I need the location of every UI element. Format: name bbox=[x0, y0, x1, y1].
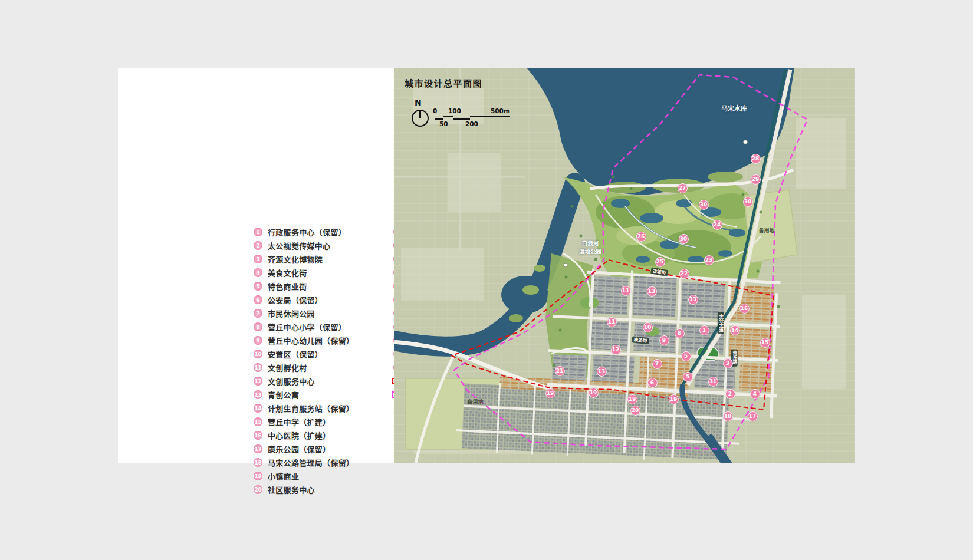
scale-bar-segment bbox=[435, 118, 443, 120]
map-marker-16: 16 bbox=[739, 304, 750, 314]
legend-item: 2太公视觉传媒中心 bbox=[254, 239, 354, 252]
legend-item-label: 行政服务中心（保留） bbox=[268, 226, 346, 238]
legend-item-number-badge: 12 bbox=[254, 377, 262, 386]
legend-item-label: 青创公寓 bbox=[268, 389, 299, 400]
map-marker-19: 19 bbox=[669, 394, 679, 404]
legend-item: 20社区服务中心 bbox=[254, 483, 354, 496]
map-marker-15: 15 bbox=[760, 338, 770, 348]
scale-tick-100: 100 bbox=[448, 107, 461, 114]
map-marker-18: 18 bbox=[723, 411, 733, 421]
map-marker-20: 20 bbox=[630, 406, 640, 416]
map-marker-5: 5 bbox=[681, 351, 691, 361]
map-area-label: 湿地公园 bbox=[579, 247, 601, 255]
map-marker-14: 14 bbox=[730, 325, 740, 335]
map-marker-29: 29 bbox=[751, 174, 761, 185]
legend-item-number-badge: 14 bbox=[254, 404, 262, 413]
map-marker-22: 22 bbox=[679, 269, 689, 279]
map-marker-19: 19 bbox=[589, 388, 599, 398]
map-marker-25: 25 bbox=[655, 257, 665, 267]
legend-item: 15营丘中学（扩建） bbox=[254, 415, 354, 429]
north-arrow-needle bbox=[419, 111, 421, 118]
map-area-label: 备用地 bbox=[467, 398, 483, 406]
legend-item-number-badge: 9 bbox=[254, 336, 262, 345]
legend-item: 5特色商业街 bbox=[254, 279, 354, 293]
north-arrow-label: N bbox=[415, 98, 422, 107]
scale-tick-0: 0 bbox=[433, 107, 437, 114]
scale-tick-500m: 500m bbox=[491, 107, 510, 114]
scale-tick-200: 200 bbox=[465, 120, 478, 127]
map-marker-24: 24 bbox=[712, 220, 722, 230]
legend-item-label: 马宋公路管理局（保留） bbox=[268, 457, 354, 468]
scale-bar-segment bbox=[470, 116, 510, 117]
legend-item-number-badge: 16 bbox=[254, 431, 262, 440]
legend-item-label: 公安局（保留） bbox=[268, 294, 323, 305]
map-marker-8: 8 bbox=[675, 328, 685, 338]
plan-page: 1行政服务中心（保留）2太公视觉传媒中心3齐源文化博物院4美食文化街5特色商业街… bbox=[0, 0, 973, 560]
legend-item-number-badge: 5 bbox=[254, 282, 262, 291]
legend-item-label: 齐源文化博物院 bbox=[268, 253, 323, 265]
legend-item-number-badge: 20 bbox=[254, 485, 262, 494]
legend-item-number-badge: 4 bbox=[254, 268, 262, 277]
legend-item: 13青创公寓 bbox=[254, 388, 354, 401]
map-marker-11: 11 bbox=[607, 317, 617, 327]
map-marker-10: 10 bbox=[643, 322, 653, 332]
map-marker-21: 21 bbox=[555, 366, 565, 376]
map-area-label: 马宋水库 bbox=[721, 103, 747, 113]
map-marker-19: 19 bbox=[545, 388, 555, 398]
map-area-label: 白浪河 bbox=[582, 239, 599, 247]
legend-item-number-badge: 13 bbox=[254, 390, 262, 399]
legend-item-label: 太公视觉传媒中心 bbox=[268, 240, 330, 251]
legend-item-number-badge: 15 bbox=[254, 417, 262, 426]
map-marker-2: 2 bbox=[725, 389, 735, 399]
map-marker-19: 19 bbox=[627, 394, 637, 404]
map-marker-12: 12 bbox=[611, 345, 621, 355]
legend-item: 4美食文化街 bbox=[254, 266, 354, 279]
legend-item-number-badge: 11 bbox=[254, 363, 262, 372]
legend-item: 16中心医院（扩建） bbox=[254, 429, 354, 442]
legend-item: 19小镇商业 bbox=[254, 469, 354, 483]
legend-item-label: 安置区（保留） bbox=[268, 348, 323, 360]
legend-item-number-badge: 7 bbox=[254, 309, 262, 318]
legend-item: 8营丘中心小学（保留） bbox=[254, 320, 354, 334]
legend-item-label: 市民休闲公园 bbox=[268, 308, 315, 319]
legend-item-label: 营丘中学（扩建） bbox=[268, 416, 330, 427]
legend-item-number-badge: 19 bbox=[254, 472, 262, 480]
legend-item-label: 小镇商业 bbox=[268, 470, 299, 482]
legend-item-number-badge: 10 bbox=[254, 350, 262, 358]
map-marker-1: 1 bbox=[699, 325, 709, 335]
map-area-label: 备用地 bbox=[758, 226, 774, 234]
map-marker-13: 13 bbox=[688, 295, 698, 305]
map-marker-17: 17 bbox=[748, 411, 758, 421]
road-name-label: 太公大道 bbox=[718, 312, 724, 334]
legend-item-label: 文创孵化村 bbox=[268, 362, 307, 373]
map-marker-13: 13 bbox=[597, 367, 607, 377]
legend-item: 12文创服务中心 bbox=[254, 374, 354, 388]
legend-item-number-badge: 18 bbox=[254, 458, 262, 467]
legend-item: 10安置区（保留） bbox=[254, 347, 354, 361]
legend-item-number-badge: 17 bbox=[254, 444, 262, 453]
map-marker-3: 3 bbox=[723, 358, 733, 368]
legend-item-label: 文创服务中心 bbox=[268, 375, 315, 387]
legend-item: 1行政服务中心（保留） bbox=[254, 225, 354, 239]
map-marker-4: 4 bbox=[750, 389, 760, 399]
legend-item-label: 中心医院（扩建） bbox=[268, 430, 330, 441]
legend-item: 3齐源文化博物院 bbox=[254, 252, 354, 266]
legend-item: 11文创孵化村 bbox=[254, 361, 354, 374]
map-marker-11: 11 bbox=[621, 286, 631, 296]
scale-bar-segment bbox=[453, 118, 470, 120]
scale-tick-50: 50 bbox=[439, 120, 448, 127]
map-area bbox=[394, 68, 855, 463]
legend-item: 9营丘中心幼儿园（保留） bbox=[254, 334, 354, 347]
map-marker-30: 30 bbox=[679, 234, 689, 244]
legend-item-number-badge: 2 bbox=[254, 241, 262, 250]
map-marker-13: 13 bbox=[647, 286, 657, 297]
legend-item-label: 营丘中心小学（保留） bbox=[268, 321, 346, 332]
map-marker-26: 26 bbox=[636, 232, 646, 242]
legend-item-label: 社区服务中心 bbox=[268, 484, 315, 495]
map-marker-28: 28 bbox=[751, 154, 761, 164]
map-title: 城市设计总平面图 bbox=[405, 77, 482, 89]
map-marker-5: 5 bbox=[683, 372, 693, 382]
map-marker-23: 23 bbox=[704, 255, 714, 265]
map-marker-30: 30 bbox=[699, 200, 709, 210]
legend-item: 18马宋公路管理局（保留） bbox=[254, 456, 354, 469]
